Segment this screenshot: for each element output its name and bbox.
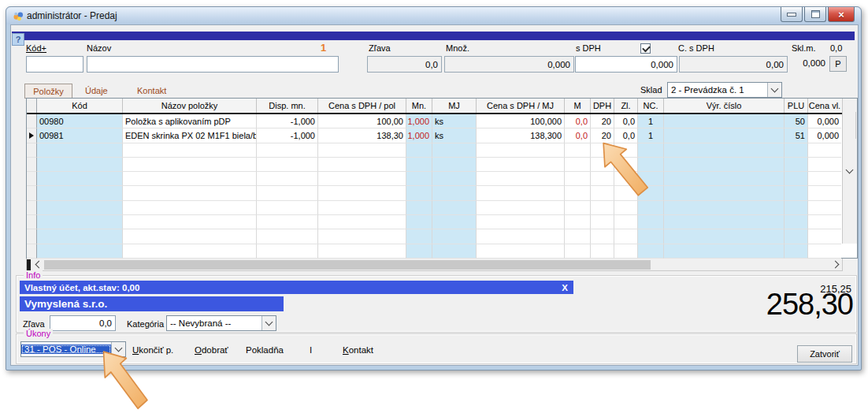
minimize-button[interactable] bbox=[781, 7, 803, 22]
table-cell[interactable] bbox=[785, 186, 808, 200]
table-cell[interactable] bbox=[638, 244, 664, 259]
table-cell[interactable]: 1,000 bbox=[406, 128, 432, 143]
info-bar-close-icon[interactable]: X bbox=[562, 283, 573, 292]
table-cell[interactable] bbox=[565, 229, 591, 244]
table-cell[interactable] bbox=[591, 229, 614, 244]
row-selector-cell[interactable] bbox=[27, 158, 37, 172]
table-cell[interactable] bbox=[638, 201, 664, 215]
table-cell[interactable] bbox=[123, 172, 257, 186]
table-row[interactable] bbox=[27, 215, 857, 229]
table-cell[interactable]: EDEN skrinka PX 02 M1F1 biela/biela bbox=[123, 128, 257, 143]
table-cell[interactable] bbox=[318, 172, 406, 186]
action-button-poklad-a[interactable]: Pokladňa bbox=[246, 345, 284, 355]
row-selector-cell[interactable] bbox=[27, 172, 37, 186]
table-cell[interactable] bbox=[565, 201, 591, 215]
table-cell[interactable] bbox=[565, 186, 591, 200]
table-cell[interactable] bbox=[565, 143, 591, 158]
table-cell[interactable] bbox=[591, 201, 614, 215]
table-row[interactable] bbox=[27, 143, 857, 158]
table-cell[interactable] bbox=[37, 215, 123, 229]
close-button[interactable]: × bbox=[828, 7, 855, 22]
maximize-button[interactable] bbox=[804, 7, 826, 22]
row-selector-cell[interactable] bbox=[27, 186, 37, 200]
sklad-dropdown[interactable]: 2 - Prevádzka č. 1 bbox=[667, 82, 782, 98]
horizontal-scroll-thumb[interactable] bbox=[44, 260, 651, 270]
table-cell[interactable] bbox=[432, 201, 477, 215]
table-cell[interactable] bbox=[257, 158, 318, 172]
table-cell[interactable] bbox=[785, 244, 808, 259]
table-cell[interactable]: 100,000 bbox=[477, 114, 565, 128]
table-cell[interactable] bbox=[477, 229, 565, 244]
table-cell[interactable] bbox=[664, 114, 785, 128]
column-splitter[interactable] bbox=[27, 259, 31, 270]
zlava-input[interactable]: 0,0 bbox=[50, 315, 116, 331]
row-selector-cell[interactable] bbox=[27, 143, 37, 158]
table-cell[interactable] bbox=[664, 201, 785, 215]
table-cell[interactable] bbox=[37, 201, 123, 215]
table-cell[interactable] bbox=[785, 158, 808, 172]
table-cell[interactable] bbox=[808, 158, 841, 172]
table-cell[interactable]: 0,0 bbox=[565, 114, 591, 128]
sdph-checkbox[interactable] bbox=[640, 43, 651, 54]
table-cell[interactable] bbox=[664, 186, 785, 200]
table-cell[interactable] bbox=[808, 244, 841, 259]
table-cell[interactable]: -1,000 bbox=[257, 128, 318, 143]
table-cell[interactable] bbox=[432, 215, 477, 229]
table-cell[interactable] bbox=[565, 172, 591, 186]
table-cell[interactable] bbox=[406, 186, 432, 200]
table-cell[interactable] bbox=[257, 215, 318, 229]
table-cell[interactable] bbox=[808, 172, 841, 186]
table-row[interactable]: 00981EDEN skrinka PX 02 M1F1 biela/biela… bbox=[27, 128, 857, 143]
table-cell[interactable]: 00981 bbox=[37, 128, 123, 143]
p-button[interactable]: P bbox=[829, 56, 847, 72]
row-selector-cell[interactable] bbox=[27, 244, 37, 259]
table-cell[interactable] bbox=[808, 186, 841, 200]
kod-input[interactable] bbox=[26, 56, 83, 73]
table-cell[interactable]: 138,30 bbox=[318, 128, 406, 143]
column-header[interactable]: DPH bbox=[591, 99, 614, 113]
table-cell[interactable] bbox=[808, 229, 841, 244]
table-cell[interactable] bbox=[808, 143, 841, 158]
table-cell[interactable] bbox=[785, 229, 808, 244]
table-cell[interactable] bbox=[614, 215, 638, 229]
table-cell[interactable]: 00980 bbox=[37, 114, 123, 128]
scroll-right-button[interactable] bbox=[829, 259, 842, 270]
kategoria-dropdown-button[interactable] bbox=[262, 316, 276, 330]
table-cell[interactable] bbox=[477, 244, 565, 259]
row-selector-cell[interactable] bbox=[27, 201, 37, 215]
table-cell[interactable] bbox=[257, 172, 318, 186]
tab-polozky[interactable]: Položky bbox=[24, 84, 72, 99]
table-cell[interactable] bbox=[638, 229, 664, 244]
table-row[interactable] bbox=[27, 244, 857, 259]
table-cell[interactable] bbox=[318, 158, 406, 172]
row-selector-cell[interactable] bbox=[27, 229, 37, 244]
table-cell[interactable] bbox=[123, 229, 257, 244]
zatvorit-button[interactable]: Zatvoriť bbox=[797, 345, 852, 363]
table-cell[interactable] bbox=[37, 143, 123, 158]
table-cell[interactable] bbox=[37, 172, 123, 186]
table-cell[interactable] bbox=[123, 158, 257, 172]
table-cell[interactable] bbox=[664, 229, 785, 244]
row-selector-cell[interactable] bbox=[27, 128, 37, 143]
table-cell[interactable]: 0,000 bbox=[808, 114, 841, 128]
table-cell[interactable] bbox=[318, 215, 406, 229]
tab-kontakt[interactable]: Kontakt bbox=[137, 86, 166, 95]
vertical-scrollbar[interactable] bbox=[842, 99, 857, 244]
table-cell[interactable] bbox=[638, 215, 664, 229]
table-cell[interactable] bbox=[432, 244, 477, 259]
column-header[interactable]: Cena vl. bbox=[808, 99, 841, 113]
table-cell[interactable] bbox=[123, 215, 257, 229]
table-cell[interactable] bbox=[432, 158, 477, 172]
row-selector-header[interactable] bbox=[27, 99, 37, 113]
table-cell[interactable]: 51 bbox=[785, 128, 808, 143]
table-cell[interactable]: 100,00 bbox=[318, 114, 406, 128]
table-cell[interactable]: 50 bbox=[785, 114, 808, 128]
table-cell[interactable] bbox=[432, 229, 477, 244]
table-cell[interactable] bbox=[318, 244, 406, 259]
table-cell[interactable] bbox=[664, 128, 785, 143]
action-button-i[interactable]: I bbox=[310, 345, 312, 355]
table-cell[interactable] bbox=[123, 186, 257, 200]
table-row[interactable] bbox=[27, 158, 857, 172]
table-cell[interactable] bbox=[808, 215, 841, 229]
table-row[interactable] bbox=[27, 229, 857, 244]
